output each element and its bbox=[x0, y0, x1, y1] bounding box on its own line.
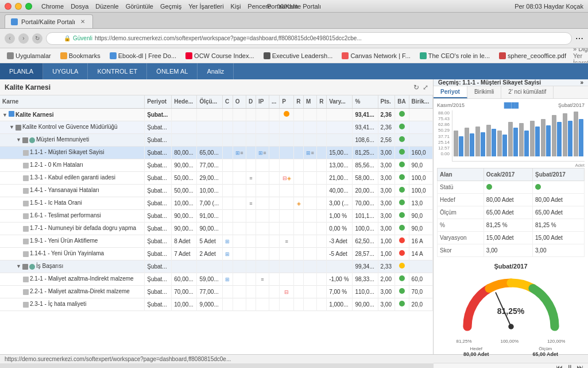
nav-analiz[interactable]: Analiz bbox=[198, 63, 234, 79]
nav-uygula[interactable]: UYGULA bbox=[43, 63, 88, 79]
ba-dot bbox=[399, 162, 405, 167]
y-axis: 88.00 75.43 62.86 50.29 37.71 25.14 12.5… bbox=[437, 110, 450, 156]
table-row[interactable]: 1.6-1 - Teslimat performansiŞubat...90,0… bbox=[0, 209, 433, 222]
cell-c: ⊞ bbox=[223, 247, 233, 260]
cell-ba bbox=[395, 121, 409, 133]
bookmark-bookmarks[interactable]: Bookmarks bbox=[57, 51, 104, 60]
nav-analiz-label: Analiz bbox=[207, 68, 224, 75]
more-bookmarks[interactable]: » Diğer Yer İşaretleri bbox=[573, 48, 588, 63]
cell-o bbox=[233, 108, 246, 121]
bar-gray-11 bbox=[563, 113, 567, 156]
table-row[interactable]: ▼İş BaşarısıŞubat...99,34...2,33 bbox=[0, 260, 433, 273]
cell-r2 bbox=[317, 171, 327, 184]
menu-chrome[interactable]: Chrome bbox=[41, 3, 64, 10]
extensions-icon[interactable]: ⋯ bbox=[575, 34, 583, 43]
table-row[interactable]: 1.1-1 - Müşteri Sikayet SayisiŞubat...80… bbox=[0, 146, 433, 159]
table-row[interactable]: 1.9-1 - Yeni Ürün AktifiemeŞubat...8 Ade… bbox=[0, 235, 433, 247]
nav-onlem[interactable]: ÖNLEM AL bbox=[147, 63, 198, 79]
table-row[interactable]: 1.2-1 - 0 Km HatalarıŞubat...90,00...77,… bbox=[0, 159, 433, 171]
cell-periyot: Şubat... bbox=[145, 108, 172, 121]
table-row[interactable]: 2.3-1 - İç hata maliyetiŞubat...10,00...… bbox=[0, 298, 433, 310]
forward-btn[interactable]: › bbox=[18, 33, 29, 44]
prev-icon[interactable]: ⏮ bbox=[556, 363, 563, 368]
table-row[interactable]: 1.3-1 - Kabul edilen garanti iadesiŞubat… bbox=[0, 171, 433, 184]
table-row[interactable]: ▼Kalite Kontrol ve Güvence MüdürlüğüŞuba… bbox=[0, 121, 433, 133]
cell-r bbox=[294, 273, 304, 285]
menu-yerisar[interactable]: Yer İşaretleri bbox=[188, 3, 223, 10]
date-indicator: ████ bbox=[504, 102, 519, 108]
bookmark-canvas[interactable]: Canvas Network | F... bbox=[338, 51, 413, 60]
cell-pct: 98,33... bbox=[353, 273, 378, 285]
menu-gecmis[interactable]: Geçmiş bbox=[160, 3, 181, 10]
menu-kisi[interactable]: Kişi bbox=[231, 3, 241, 10]
url-input[interactable]: 🔒 Güvenli https://demo.surecmerkezi.com/… bbox=[46, 32, 572, 45]
gauge-hedef-value: 80,00 Adet bbox=[463, 351, 489, 357]
cell-pct: 28,57... bbox=[353, 247, 378, 260]
cell-c: ⊞ bbox=[223, 235, 233, 247]
cell-p bbox=[280, 159, 294, 171]
cell-c bbox=[223, 184, 233, 197]
cell-hede: 90,00... bbox=[172, 209, 197, 222]
back-btn[interactable]: ‹ bbox=[5, 33, 15, 44]
bookmark-ebook[interactable]: Ebook-dl | Free Do... bbox=[106, 51, 180, 60]
ba-dot bbox=[399, 124, 405, 129]
cell-hede: 50,00... bbox=[172, 171, 197, 184]
close-btn[interactable] bbox=[5, 3, 11, 10]
bar-gray-1 bbox=[454, 131, 458, 156]
col-o: O bbox=[233, 95, 246, 108]
next-icon[interactable]: ⏭ bbox=[577, 363, 583, 368]
table-row[interactable]: 2.2-1 - Maliyet azaltma-Direkt malzemeŞu… bbox=[0, 285, 433, 298]
bar-group-11 bbox=[563, 113, 572, 156]
tab-periyot[interactable]: Periyot bbox=[434, 86, 467, 98]
cell-olcu: 91,00... bbox=[197, 209, 223, 222]
minimize-btn[interactable] bbox=[15, 3, 22, 10]
bookmark-label-0: Uygulamalar bbox=[16, 52, 51, 59]
exec-icon bbox=[264, 52, 270, 59]
cell-r2 bbox=[317, 108, 327, 121]
browser-tab[interactable]: Portal/Kalite Portalı ✕ bbox=[5, 14, 93, 28]
table-row[interactable]: ▼Kalite KarnesiŞubat...93,41...2,36 bbox=[0, 108, 433, 121]
traffic-lights[interactable] bbox=[5, 3, 32, 10]
table-row[interactable]: 1.14-1 - Yeni Ürün YayinlamaŞubat...7 Ad… bbox=[0, 247, 433, 260]
refresh-icon[interactable]: ↻ bbox=[413, 83, 419, 91]
cell-c bbox=[223, 209, 233, 222]
table-row[interactable]: 1.5-1 - Ic Hata OraniŞubat...10,00...7,0… bbox=[0, 197, 433, 209]
date-to: Şubat/2017 bbox=[558, 102, 585, 108]
col-periyot: Periyot bbox=[145, 95, 172, 108]
maximize-btn[interactable] bbox=[25, 3, 32, 10]
cell-dots bbox=[269, 285, 280, 298]
cell-c bbox=[223, 108, 233, 121]
play-icon[interactable]: ⏸ bbox=[566, 363, 573, 368]
tab-birikimli[interactable]: Birikimli bbox=[467, 86, 501, 98]
cell-p bbox=[280, 298, 294, 310]
cell-hede bbox=[172, 108, 197, 121]
cell-olcu: 59,00... bbox=[197, 273, 223, 285]
bookmark-sphere[interactable]: sphere_ceooffice.pdf bbox=[496, 51, 570, 60]
nav-kontrol[interactable]: KONTROL ET bbox=[88, 63, 147, 79]
cell-c: ⊞ bbox=[223, 273, 233, 285]
cell-m bbox=[304, 133, 317, 146]
tab-close-btn[interactable]: ✕ bbox=[79, 18, 87, 26]
nav-planla[interactable]: PLANLA bbox=[0, 63, 43, 79]
reload-btn[interactable]: ↻ bbox=[32, 33, 42, 44]
table-row[interactable]: 1.4-1 - Yansanayai HatalarıŞubat...50,00… bbox=[0, 184, 433, 197]
cell-ip bbox=[256, 184, 269, 197]
bookmark-label-3: OCW Course Index... bbox=[194, 52, 254, 59]
table-row[interactable]: ▼Müşteri MemnuniyetiŞubat...108,6...2,56 bbox=[0, 133, 433, 146]
cell-olcu: 5 Adet bbox=[197, 235, 223, 247]
bookmark-apps[interactable]: Uygulamalar bbox=[3, 51, 55, 60]
cell-periyot: Şubat... bbox=[145, 247, 172, 260]
expand-icon[interactable]: ⤢ bbox=[423, 83, 428, 91]
cell-r2 bbox=[317, 159, 327, 171]
table-row[interactable]: 2.1-1 - Maliyet azaltma-Indirekt malzeme… bbox=[0, 273, 433, 285]
close-panel-icon[interactable]: » bbox=[580, 79, 583, 86]
menu-dosya[interactable]: Dosya bbox=[71, 3, 88, 10]
tab-kumulatif[interactable]: 2' nci kümülatif bbox=[501, 86, 554, 98]
menu-goruntule[interactable]: Görüntüle bbox=[126, 3, 153, 10]
menu-duzenle[interactable]: Düzenle bbox=[95, 3, 118, 10]
cell-karne: 1.14-1 - Yeni Ürün Yayinlama bbox=[0, 247, 145, 260]
bookmark-exec[interactable]: Executive Leadersh... bbox=[260, 51, 336, 60]
bookmark-ocw[interactable]: OCW Course Index... bbox=[182, 51, 258, 60]
table-row[interactable]: 1.7-1 - Numuneyi bir defada dogru yapmaŞ… bbox=[0, 222, 433, 235]
bookmark-ceo[interactable]: The CEO's role in le... bbox=[416, 51, 493, 60]
